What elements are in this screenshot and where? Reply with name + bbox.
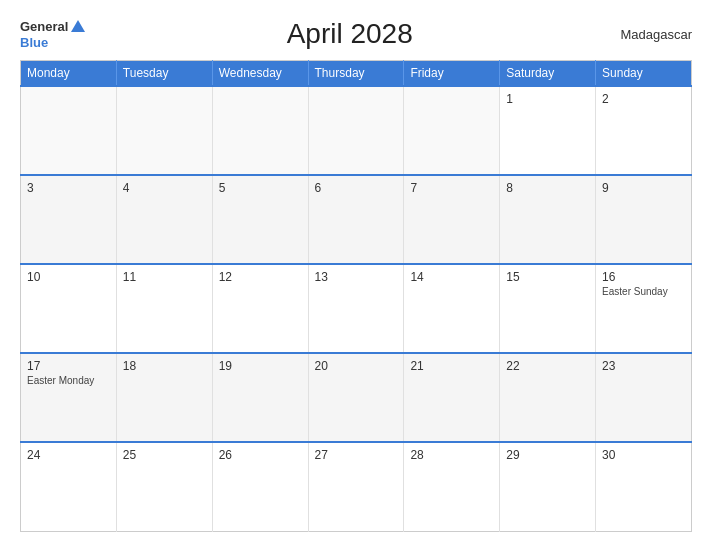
calendar-cell: 29 <box>500 442 596 531</box>
calendar-header-row: Monday Tuesday Wednesday Thursday Friday… <box>21 61 692 87</box>
svg-marker-0 <box>71 20 85 32</box>
calendar-cell: 26 <box>212 442 308 531</box>
calendar-cell <box>404 86 500 175</box>
calendar-cell: 5 <box>212 175 308 264</box>
calendar-cell: 28 <box>404 442 500 531</box>
calendar-cell: 6 <box>308 175 404 264</box>
day-number: 3 <box>27 181 110 195</box>
day-number: 19 <box>219 359 302 373</box>
header: General Blue April 2028 Madagascar <box>20 18 692 50</box>
day-number: 29 <box>506 448 589 462</box>
calendar-cell: 2 <box>596 86 692 175</box>
day-number: 10 <box>27 270 110 284</box>
day-number: 16 <box>602 270 685 284</box>
calendar-cell: 25 <box>116 442 212 531</box>
day-number: 18 <box>123 359 206 373</box>
calendar-cell: 9 <box>596 175 692 264</box>
day-number: 24 <box>27 448 110 462</box>
day-number: 7 <box>410 181 493 195</box>
calendar-cell: 18 <box>116 353 212 442</box>
day-number: 28 <box>410 448 493 462</box>
day-number: 6 <box>315 181 398 195</box>
logo-blue-text: Blue <box>20 36 48 50</box>
day-number: 8 <box>506 181 589 195</box>
col-sunday: Sunday <box>596 61 692 87</box>
logo: General Blue <box>20 18 87 50</box>
month-title: April 2028 <box>87 18 612 50</box>
day-number: 20 <box>315 359 398 373</box>
calendar-cell: 15 <box>500 264 596 353</box>
day-number: 13 <box>315 270 398 284</box>
day-number: 9 <box>602 181 685 195</box>
calendar-table: Monday Tuesday Wednesday Thursday Friday… <box>20 60 692 532</box>
calendar-cell: 13 <box>308 264 404 353</box>
col-saturday: Saturday <box>500 61 596 87</box>
calendar-cell: 27 <box>308 442 404 531</box>
day-number: 14 <box>410 270 493 284</box>
calendar-cell: 8 <box>500 175 596 264</box>
day-number: 25 <box>123 448 206 462</box>
calendar-cell: 12 <box>212 264 308 353</box>
col-thursday: Thursday <box>308 61 404 87</box>
calendar-cell: 17Easter Monday <box>21 353 117 442</box>
calendar-week-row: 17Easter Monday181920212223 <box>21 353 692 442</box>
calendar-cell: 1 <box>500 86 596 175</box>
calendar-week-row: 24252627282930 <box>21 442 692 531</box>
day-number: 4 <box>123 181 206 195</box>
col-monday: Monday <box>21 61 117 87</box>
day-number: 26 <box>219 448 302 462</box>
logo-general-text: General <box>20 20 68 34</box>
calendar-cell: 11 <box>116 264 212 353</box>
calendar-week-row: 10111213141516Easter Sunday <box>21 264 692 353</box>
day-number: 23 <box>602 359 685 373</box>
day-number: 2 <box>602 92 685 106</box>
day-number: 5 <box>219 181 302 195</box>
col-wednesday: Wednesday <box>212 61 308 87</box>
day-number: 11 <box>123 270 206 284</box>
calendar-week-row: 3456789 <box>21 175 692 264</box>
day-number: 12 <box>219 270 302 284</box>
calendar-cell: 3 <box>21 175 117 264</box>
col-tuesday: Tuesday <box>116 61 212 87</box>
col-friday: Friday <box>404 61 500 87</box>
calendar-cell: 4 <box>116 175 212 264</box>
calendar-page: General Blue April 2028 Madagascar Monda… <box>0 0 712 550</box>
day-event: Easter Monday <box>27 375 110 386</box>
day-number: 17 <box>27 359 110 373</box>
calendar-cell: 30 <box>596 442 692 531</box>
day-number: 21 <box>410 359 493 373</box>
calendar-cell: 20 <box>308 353 404 442</box>
day-number: 22 <box>506 359 589 373</box>
calendar-week-row: 12 <box>21 86 692 175</box>
calendar-cell <box>116 86 212 175</box>
logo-icon <box>69 18 87 36</box>
calendar-cell: 22 <box>500 353 596 442</box>
calendar-cell <box>21 86 117 175</box>
day-number: 27 <box>315 448 398 462</box>
calendar-cell <box>212 86 308 175</box>
calendar-cell <box>308 86 404 175</box>
calendar-cell: 24 <box>21 442 117 531</box>
calendar-cell: 7 <box>404 175 500 264</box>
day-number: 15 <box>506 270 589 284</box>
calendar-cell: 21 <box>404 353 500 442</box>
day-event: Easter Sunday <box>602 286 685 297</box>
calendar-cell: 23 <box>596 353 692 442</box>
calendar-cell: 19 <box>212 353 308 442</box>
calendar-cell: 16Easter Sunday <box>596 264 692 353</box>
calendar-cell: 14 <box>404 264 500 353</box>
calendar-cell: 10 <box>21 264 117 353</box>
day-number: 1 <box>506 92 589 106</box>
country-label: Madagascar <box>612 27 692 42</box>
day-number: 30 <box>602 448 685 462</box>
